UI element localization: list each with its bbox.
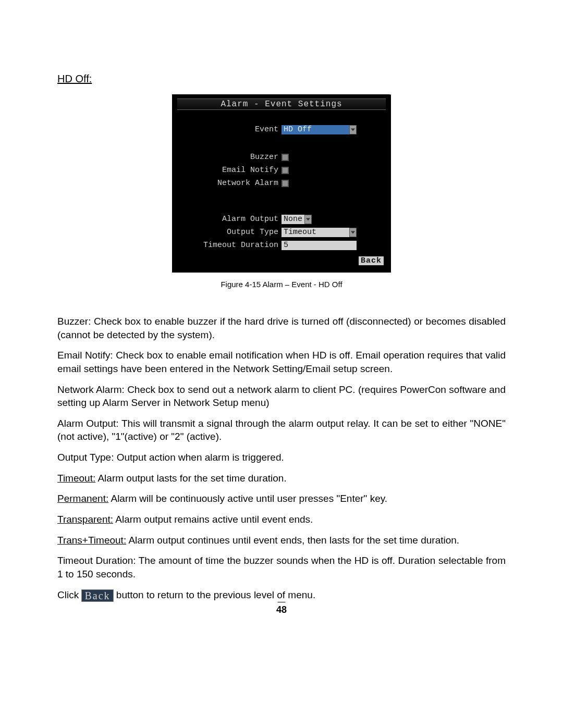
- chevron-down-icon[interactable]: [304, 215, 312, 224]
- label-event: Event: [179, 125, 282, 134]
- term-network: Network Alarm:: [57, 384, 125, 395]
- svg-marker-2: [351, 231, 355, 233]
- chevron-down-icon[interactable]: [349, 228, 357, 237]
- sub-permanent-text-b: " key.: [364, 493, 387, 504]
- paragraph-network: Network Alarm: Check box to send out a n…: [57, 383, 506, 410]
- sub-transparent-label: Transparent:: [57, 514, 113, 525]
- label-network-alarm: Network Alarm: [179, 179, 282, 188]
- network-alarm-checkbox[interactable]: [282, 180, 289, 187]
- sub-permanent-text-a: Alarm will be continuously active until …: [108, 493, 340, 504]
- page-number: — 48: [0, 598, 563, 615]
- text-none: NONE: [473, 418, 502, 429]
- text-email: Check box to enable email notification w…: [57, 350, 506, 374]
- section-heading: HD Off:: [57, 73, 506, 85]
- svg-marker-0: [351, 128, 355, 131]
- sub-permanent-enter: Enter: [340, 493, 363, 504]
- label-timeout-duration: Timeout Duration: [179, 241, 282, 250]
- text-buzzer: Check box to enable buzzer if the hard d…: [57, 316, 506, 340]
- term-alarm-output: Alarm Output:: [57, 418, 119, 429]
- buzzer-checkbox[interactable]: [282, 154, 289, 161]
- dvr-window: ↖ Alarm - Event Settings Event HD Off Bu…: [172, 94, 391, 273]
- sub-transparent-text: Alarm output remains active until event …: [113, 514, 313, 525]
- paragraph-output-type: Output Type: Output action when alarm is…: [57, 451, 506, 464]
- sub-permanent: Permanent: Alarm will be continuously ac…: [57, 492, 506, 505]
- svg-marker-1: [306, 218, 310, 220]
- sub-trans-text: Alarm output continues until event ends,…: [126, 535, 459, 546]
- figure-caption: Figure 4-15 Alarm – Event - HD Off: [57, 280, 506, 289]
- page-number-value: 48: [276, 604, 287, 615]
- dvr-title: Alarm - Event Settings: [177, 98, 386, 110]
- back-button[interactable]: Back: [359, 256, 384, 265]
- sub-transparent: Transparent: Alarm output remains active…: [57, 513, 506, 526]
- label-output-type: Output Type: [179, 228, 282, 237]
- term-email: Email Notify:: [57, 350, 113, 361]
- email-notify-checkbox[interactable]: [282, 167, 289, 174]
- body-text: Buzzer: Check box to enable buzzer if th…: [57, 315, 506, 602]
- label-email-notify: Email Notify: [179, 166, 282, 175]
- timeout-duration-input[interactable]: 5: [282, 241, 357, 250]
- text-network: Check box to send out a network alarm to…: [57, 384, 506, 409]
- paragraph-timeout-duration: Timeout Duration: The amount of time the…: [57, 554, 506, 581]
- sub-permanent-label: Permanent:: [57, 493, 108, 504]
- term-output-type: Output Type:: [57, 452, 114, 463]
- output-type-select[interactable]: Timeout: [282, 228, 357, 237]
- paragraph-alarm-output: Alarm Output: This will transmit a signa…: [57, 417, 506, 443]
- sub-trans-timeout: Trans+Timeout: Alarm output continues un…: [57, 534, 506, 547]
- sub-timeout: Timeout: Alarm output lasts for the set …: [57, 472, 506, 485]
- term-timeout-duration: Timeout Duration:: [57, 555, 136, 566]
- alarm-output-select[interactable]: None: [282, 215, 312, 224]
- term-buzzer: Buzzer:: [57, 316, 91, 327]
- sub-timeout-label: Timeout:: [57, 473, 95, 484]
- figure-wrapper: ↖ Alarm - Event Settings Event HD Off Bu…: [57, 94, 506, 289]
- paragraph-email: Email Notify: Check box to enable email …: [57, 349, 506, 375]
- text-alarm-output-a: This will transmit a signal through the …: [119, 418, 474, 429]
- chevron-down-icon[interactable]: [349, 125, 357, 134]
- event-value: HD Off: [282, 125, 349, 134]
- event-select[interactable]: HD Off: [282, 125, 357, 134]
- cursor-icon: ↖: [389, 90, 395, 98]
- output-type-value: Timeout: [282, 228, 349, 237]
- label-alarm-output: Alarm Output: [179, 215, 282, 224]
- text-output-type: Output action when alarm is triggered.: [114, 452, 284, 463]
- sub-timeout-text: Alarm output lasts for the set time dura…: [95, 473, 286, 484]
- alarm-output-value: None: [282, 215, 304, 224]
- paragraph-buzzer: Buzzer: Check box to enable buzzer if th…: [57, 315, 506, 341]
- label-buzzer: Buzzer: [179, 153, 282, 162]
- sub-trans-label: Trans+Timeout:: [57, 535, 126, 546]
